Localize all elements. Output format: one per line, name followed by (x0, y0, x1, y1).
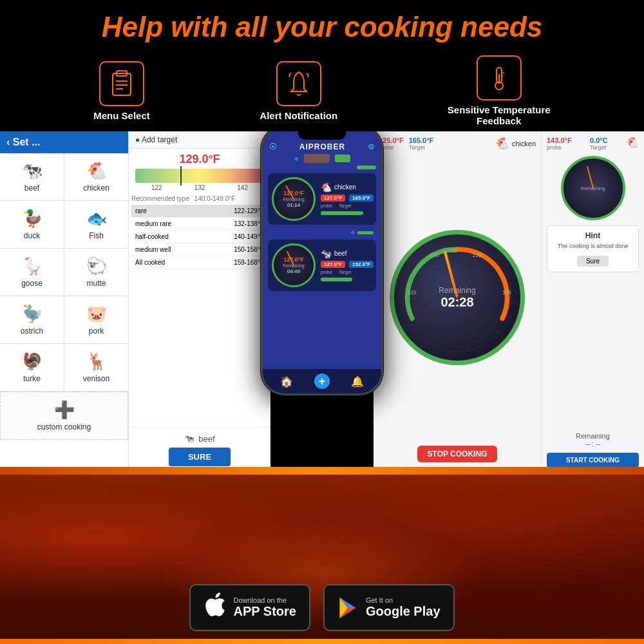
gauge-probe-temp-2: 127.0°F (283, 256, 304, 263)
target-temp-blue: 165.0°F Target (409, 137, 434, 151)
list-item: ➕custom cooking (0, 392, 128, 440)
bt-icon-2: ⎆ (294, 155, 299, 162)
large-gauge-circle: 120 196 140 158 152 Remaining 02:28 (390, 230, 525, 365)
gauge-probe-temp: 127.0°F (283, 190, 304, 197)
hint-probe-temp: 143.0°F (547, 137, 572, 144)
menu-panel: ‹ Set ... 🐄beef 🐔chicken 🦆duck 🐟Fish 🪿go… (0, 131, 129, 467)
probe-target-labels: probe Target (321, 204, 374, 208)
gauge-text: 127.0°F Remaining 01:14 (283, 190, 304, 209)
green-dot-icon: ● (135, 135, 142, 144)
target-badge-2: 152.0°F (349, 261, 374, 268)
type-range: 122-129°F (234, 207, 264, 214)
apple-icon (204, 592, 225, 623)
connection-bar (357, 166, 376, 169)
probe-indicator (304, 154, 330, 163)
google-play-icon (337, 598, 358, 618)
bt-row2: ⎆ (268, 229, 376, 236)
bottom-area: Download on the APP Store Get It on Goog… (0, 467, 644, 644)
start-cooking-button[interactable]: START COOKING (547, 453, 639, 467)
beef-emoji: 🐄 (321, 249, 332, 259)
target-temp-display: 129.0°F (129, 149, 270, 169)
app-store-button[interactable]: Download on the APP Store (189, 584, 310, 631)
right-composite: 125.0°F probe 165.0°F Target 🐔 chicken (374, 131, 644, 467)
temperature-label: Sensitive Temperature Feedback (448, 104, 551, 126)
large-gauge-area: 120 196 140 158 152 Remaining 02:28 (379, 155, 536, 440)
feature-menu-select: Menu Select (93, 61, 150, 121)
remaining-time-2: 04:49 (283, 269, 304, 275)
hint-box: Hint The cooking is almost done Sure (547, 225, 639, 272)
list-item: 🦤ostrich (0, 296, 64, 343)
download-row: Download on the APP Store Get It on Goog… (0, 584, 644, 631)
probe-info: 125.0°F probe 165.0°F Target (379, 137, 433, 151)
menu-title: Set ... (13, 137, 41, 147)
animal-name: Fish (89, 231, 104, 240)
phone-overlay: ⦿ AIPROBER ⚙ ⎆ (261, 131, 383, 395)
list-item: 🦆duck (0, 201, 64, 248)
add-button[interactable]: + (314, 374, 330, 389)
slider-marker (180, 166, 182, 185)
type-range: 132-138°F (234, 220, 264, 227)
list-item: 🦌venison (64, 344, 128, 391)
hint-gauge-small: Remaining (561, 156, 625, 220)
animal-name: duck (24, 231, 40, 240)
list-item: All cooked159-168°F (131, 256, 268, 269)
phone-notch (298, 131, 346, 140)
bell-icon[interactable]: 🔔 (351, 375, 364, 388)
animal-name: turke (23, 374, 41, 383)
alert-label: Alert Notification (260, 110, 337, 121)
hint-target-temp: 0.0°C (590, 137, 608, 144)
target-label-right: Target (409, 144, 434, 151)
animal-emoji: 🪿 (22, 256, 43, 276)
animal-name: goose (21, 279, 43, 288)
clipboard-icon (108, 70, 136, 98)
hint-probe-label: probe (547, 144, 572, 151)
list-item: half-cooked140-149°F (131, 231, 268, 243)
animal-grid: 🐄beef 🐔chicken 🦆duck 🐟Fish 🪿goose 🐑mutte… (0, 153, 128, 440)
thermometer-icon (485, 64, 513, 92)
hint-text: The cooking is almost done (551, 243, 634, 251)
second-status (263, 166, 381, 171)
animal-name: mutte (86, 279, 106, 288)
recommended-type-label: Recommended type 140.0-149.0°F (129, 195, 270, 202)
stop-cooking-button[interactable]: STOP COOKING (417, 446, 498, 462)
animal-emoji: 🦆 (22, 209, 43, 229)
beef-name: beef (334, 250, 346, 257)
custom-cooking-label: custom cooking (37, 422, 91, 431)
svg-text:140: 140 (430, 252, 439, 259)
menu-top-bar: ‹ Set ... (0, 131, 128, 153)
animal-row-2: 🐄 beef (321, 249, 374, 259)
beef-name-label: beef (198, 434, 214, 444)
google-play-big-text: Google Play (366, 604, 440, 619)
hint-target-label: Target (590, 144, 608, 151)
apple-logo-icon (204, 592, 225, 618)
remaining-time: 01:14 (283, 202, 304, 209)
feature-temperature: Sensitive Temperature Feedback (448, 55, 551, 126)
app-store-small-text: Download on the (233, 596, 296, 604)
animal-name: ostrich (21, 327, 43, 336)
list-item: 🐄beef (0, 153, 64, 200)
list-item: 🐔chicken (64, 153, 128, 200)
animal-right: 🐔 chicken (495, 137, 536, 151)
sure-button[interactable]: SURE (169, 448, 231, 466)
list-item: 🐷pork (64, 296, 128, 343)
probe-badge: 127.0°F (321, 194, 345, 202)
phone-body-content: 127.0°F Remaining 01:14 🐔 chicken (263, 171, 381, 369)
overlay-panel: ● Add target 129.0°F 122 132 142 Recomme… (129, 131, 270, 467)
phone-screen: ⦿ AIPROBER ⚙ ⎆ (263, 131, 381, 393)
page-title: Help with all your cooking needs (13, 12, 631, 43)
type-range: 159-168°F (234, 259, 264, 266)
home-icon[interactable]: 🏠 (280, 375, 293, 388)
probe-label: probe (321, 204, 332, 208)
hint-sure-button[interactable]: Sure (577, 256, 609, 267)
list-item: 🐑mutte (64, 249, 128, 296)
google-play-button[interactable]: Get It on Google Play (323, 584, 455, 631)
add-target-header: ● Add target (129, 131, 270, 149)
type-list: rare122-129°F medium rare132-138°F half-… (129, 205, 270, 269)
progress-bar (321, 211, 363, 215)
orange-divider (0, 467, 644, 475)
app-store-text: Download on the APP Store (233, 596, 296, 619)
add-icon: ➕ (54, 400, 75, 420)
list-item: rare122-129°F (131, 205, 268, 218)
animal-emoji: 🐟 (86, 209, 107, 229)
beef-gauge-circle: 127.0°F Remaining 04:49 (272, 243, 316, 287)
